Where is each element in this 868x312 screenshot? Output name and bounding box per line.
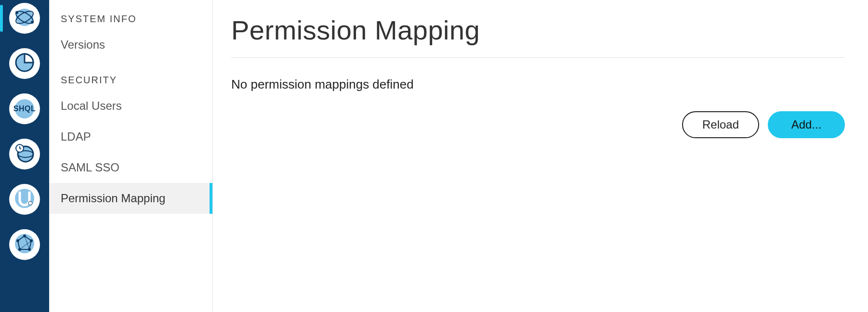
svg-point-18 [16, 239, 19, 242]
rail-active-indicator [0, 5, 3, 32]
side-section-header-system-info: SYSTEM INFO [49, 13, 212, 29]
globe-atom-icon [13, 6, 36, 31]
add-button-label: Add... [791, 118, 822, 131]
rail-item-network-topology[interactable] [9, 229, 40, 260]
side-section-gap [49, 60, 212, 75]
reload-button[interactable]: Reload [682, 111, 759, 138]
svg-point-3 [15, 11, 18, 14]
u-path-icon [13, 187, 36, 212]
rail-item-globe-clock[interactable] [9, 139, 40, 169]
empty-state-message: No permission mappings defined [231, 77, 845, 92]
rail-item-u-path[interactable] [9, 184, 40, 215]
sidenav-item-label: LDAP [61, 130, 91, 143]
globe-clock-icon [13, 142, 36, 167]
page-title: Permission Mapping [231, 14, 845, 58]
svg-point-4 [31, 21, 34, 24]
side-nav: SYSTEM INFO Versions SECURITY Local User… [49, 0, 213, 312]
icon-rail: SHQL [0, 0, 49, 312]
shql-icon: SHQL [9, 93, 40, 124]
sidenav-item-label: Local Users [61, 99, 122, 112]
rail-item-pie-chart[interactable] [9, 48, 40, 79]
rail-item-globe-atom[interactable] [9, 3, 40, 34]
sidenav-item-label: Versions [61, 38, 105, 51]
add-button[interactable]: Add... [768, 111, 845, 138]
network-topology-icon [13, 232, 36, 257]
reload-button-label: Reload [702, 118, 739, 131]
sidenav-item-permission-mapping[interactable]: Permission Mapping [49, 183, 212, 214]
sidenav-item-ldap[interactable]: LDAP [49, 121, 212, 152]
svg-point-11 [28, 201, 32, 205]
side-section-header-security: SECURITY [49, 75, 212, 91]
rail-item-shql[interactable]: SHQL [9, 93, 40, 124]
sidenav-item-local-users[interactable]: Local Users [49, 91, 212, 121]
sidenav-item-label: SAML SSO [61, 161, 119, 174]
sidenav-item-label: Permission Mapping [61, 192, 165, 205]
sidenav-item-versions[interactable]: Versions [49, 29, 212, 60]
button-row: Reload Add... [231, 111, 845, 138]
main-content: Permission Mapping No permission mapping… [213, 0, 868, 312]
pie-chart-icon [13, 51, 36, 76]
sidenav-item-saml-sso[interactable]: SAML SSO [49, 152, 212, 183]
